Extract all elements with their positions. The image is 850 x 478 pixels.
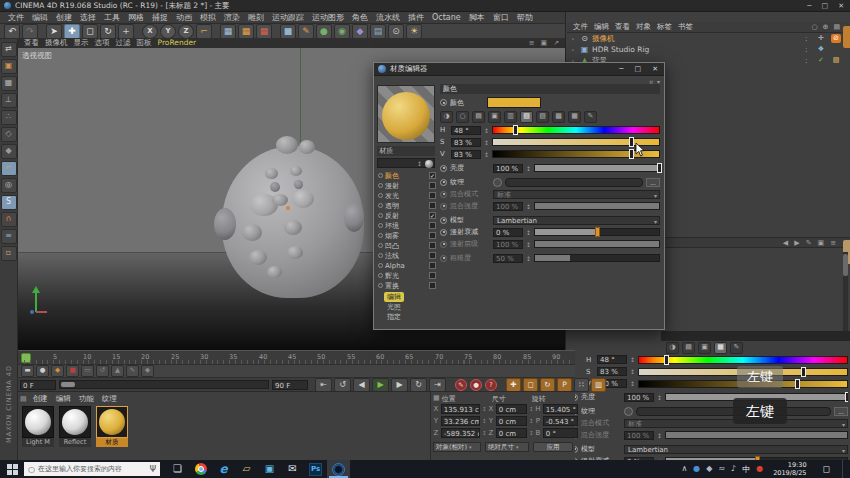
material-menu-item[interactable]: 编辑 <box>52 394 75 404</box>
viewport-menu-item[interactable]: 查看 <box>21 38 42 48</box>
loop-button[interactable]: ↻ <box>410 378 427 392</box>
object-manager-menu-item[interactable]: 对象 <box>633 22 654 32</box>
current-frame-field[interactable]: 0 F <box>20 380 56 390</box>
channel-label[interactable]: Alpha <box>385 262 427 270</box>
end-frame-field[interactable]: 90 F <box>272 380 308 390</box>
page-illumination[interactable]: 光照 <box>384 302 434 311</box>
param-slider[interactable] <box>534 228 660 236</box>
hdr-studio-rig-object[interactable]: ∘ ▣ HDR Studio Rig : ❖ <box>567 44 843 55</box>
scale-tool-icon[interactable]: ◻ <box>82 24 98 39</box>
hsv-slider[interactable] <box>492 126 660 134</box>
menu-item[interactable]: 运动图形 <box>308 12 348 23</box>
spinner-icon[interactable]: ↕ <box>482 430 486 436</box>
roughness-row[interactable]: 粗糙度 50 % ↕ <box>440 253 660 263</box>
keybar-box-icon[interactable]: ▭ <box>81 365 94 377</box>
texture-row[interactable]: 纹理 ... <box>440 177 660 187</box>
keybar-key-icon[interactable]: ◆ <box>141 365 154 377</box>
camera-icon[interactable]: ⊙ <box>388 24 404 39</box>
object-tag[interactable] <box>831 45 841 54</box>
param-slider[interactable] <box>534 164 660 172</box>
channel-label[interactable]: 漫射 <box>385 181 427 191</box>
channel-label[interactable]: 发光 <box>385 191 427 201</box>
object-tag[interactable]: ⊘ <box>831 34 841 43</box>
menu-item[interactable]: 捕捉 <box>148 12 172 23</box>
subdivision-surface-icon[interactable]: ◉ <box>334 24 350 39</box>
browse-button[interactable]: ... <box>646 178 660 187</box>
keyframe-selection-button[interactable]: ? <box>485 379 497 391</box>
panel-icon[interactable]: ▤ <box>833 23 840 31</box>
ime-indicator[interactable]: 中 <box>742 464 750 475</box>
channel-checkbox[interactable]: ✓ <box>429 212 436 219</box>
object-manager-menu-item[interactable]: 文件 <box>570 22 591 32</box>
object-axis-dot[interactable] <box>286 206 290 210</box>
volume-icon[interactable]: ♪ <box>731 464 736 475</box>
channel-label[interactable]: 辉光 <box>385 271 427 281</box>
slider-handle[interactable] <box>795 379 800 389</box>
search-icon[interactable]: ○ <box>811 23 817 31</box>
texture-arrow-button[interactable] <box>624 407 633 416</box>
dialog-title-bar[interactable]: 材质编辑器 ─ □ ✕ <box>374 63 664 76</box>
add-primitive-icon[interactable]: ■ <box>280 24 296 39</box>
menu-item[interactable]: 脚本 <box>465 12 489 23</box>
apply-button[interactable]: 应用 <box>533 442 573 452</box>
gold-material[interactable]: 材质 <box>96 406 128 447</box>
eyedropper-icon[interactable]: ✎ <box>730 342 743 354</box>
browse-button[interactable]: ... <box>834 407 848 416</box>
spinner-icon[interactable]: ↕ <box>526 241 531 248</box>
object-tag[interactable]: ✓ <box>816 56 826 65</box>
viewport-menu-item[interactable]: 选项 <box>92 38 113 48</box>
spinner-icon[interactable]: ↕ <box>657 394 662 401</box>
spinner-icon[interactable]: ↕ <box>529 418 533 424</box>
channel-checkbox[interactable]: ✓ <box>429 282 436 289</box>
object-manager-menu-item[interactable]: 标签 <box>654 22 675 32</box>
scrollbar-handle[interactable] <box>843 254 848 276</box>
spinner-icon[interactable]: ↕ <box>484 139 489 146</box>
menu-item[interactable]: Octane <box>428 13 465 22</box>
param-slider[interactable] <box>534 202 660 210</box>
picture-icon[interactable]: ▣ <box>488 111 501 123</box>
spinner-icon[interactable]: ↕ <box>529 406 533 412</box>
channel-normal[interactable]: 法线 ✓ <box>378 251 436 260</box>
hsv-slider[interactable] <box>638 356 848 364</box>
model-mode-icon[interactable]: ▣ <box>1 59 17 74</box>
layout-toggle[interactable]: ▥ <box>591 378 606 392</box>
history-forward-icon[interactable]: ▶ <box>794 239 799 247</box>
channel-diffusion[interactable]: 漫射 ✓ <box>378 181 436 190</box>
history-back-icon[interactable]: ◀ <box>783 239 788 247</box>
object-tag[interactable]: ✛ <box>816 34 826 43</box>
object-tag[interactable]: ▨ <box>831 56 841 65</box>
menu-item[interactable]: 雕刻 <box>244 12 268 23</box>
channel-checkbox[interactable]: ✓ <box>429 222 436 229</box>
slider-handle[interactable] <box>595 227 600 237</box>
param-value[interactable]: 0 % <box>493 228 523 237</box>
onedrive-icon[interactable]: ● <box>693 464 700 475</box>
diffuse-level-row[interactable]: 漫射层级 100 % ↕ <box>440 239 660 249</box>
deformers-icon[interactable]: ◆ <box>352 24 368 39</box>
slider-handle[interactable] <box>513 125 518 135</box>
timeline-ruler[interactable]: 051015202530354045505560657075808590 <box>18 350 575 364</box>
channel-luminance[interactable]: 发光 ✓ <box>378 191 436 200</box>
start-button[interactable] <box>0 460 24 478</box>
object-manager-menu-item[interactable]: 查看 <box>612 22 633 32</box>
material-menu-item[interactable]: 功能 <box>75 394 98 404</box>
slider-handle[interactable] <box>657 163 662 173</box>
visibility-dots[interactable]: : <box>805 56 813 65</box>
explorer-icon[interactable]: ▱ <box>235 460 258 478</box>
param-slider[interactable] <box>665 431 848 439</box>
param-value[interactable]: 100 % <box>624 431 654 440</box>
spinner-icon[interactable]: ↕ <box>484 127 489 134</box>
undo-icon[interactable]: ↶ <box>4 24 20 39</box>
hue-row[interactable]: H 48 ° ↕ <box>586 354 848 365</box>
dialog-minimize-button[interactable]: ─ <box>619 65 623 73</box>
param-dropdown[interactable]: 标准 <box>493 190 660 199</box>
menu-item[interactable]: 窗口 <box>489 12 513 23</box>
channel-label[interactable]: 环境 <box>385 221 427 231</box>
record-parameter-toggle[interactable]: P <box>557 378 572 392</box>
brightness-row[interactable]: 亮度 100 % ↕ <box>571 392 848 402</box>
scrollbar[interactable] <box>843 252 848 332</box>
lock-icon[interactable]: ▣ <box>818 239 825 247</box>
record-rotation-toggle[interactable]: ↻ <box>540 378 555 392</box>
viewport-menu-item[interactable]: ProRender <box>155 38 200 48</box>
texture-field[interactable] <box>505 178 643 187</box>
maximize-button[interactable]: □ <box>822 2 829 10</box>
